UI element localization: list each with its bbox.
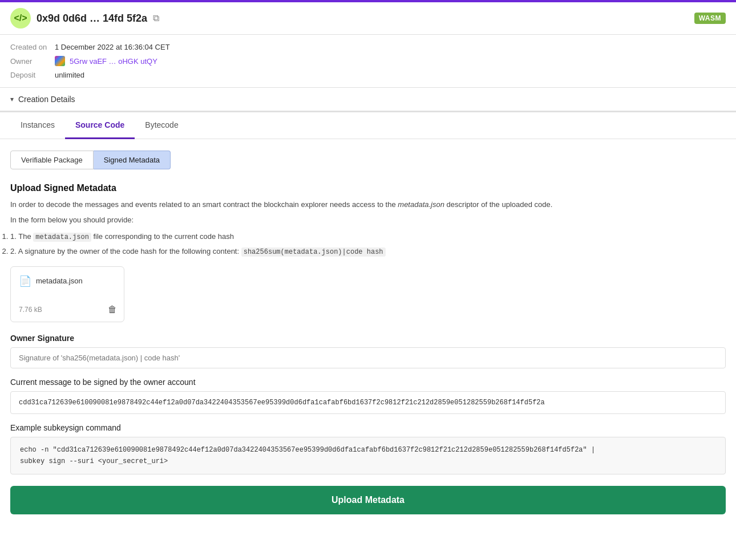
example-command-box: echo -n "cdd31ca712639e610090081e9878492…	[10, 437, 726, 475]
created-row: Created on 1 December 2022 at 16:36:04 C…	[10, 43, 726, 51]
command-line2: subkey sign --suri <your_secret_uri>	[20, 457, 168, 465]
descriptor-italic: metadata.json	[398, 200, 444, 209]
meta-section: Created on 1 December 2022 at 16:36:04 C…	[0, 35, 736, 88]
description-prefix: In order to decode the messages and even…	[10, 200, 396, 209]
requirement-1: 1. The metadata.json file corresponding …	[10, 231, 726, 242]
wasm-badge: WASM	[694, 13, 726, 24]
example-command-label: Example subkeysign command	[10, 423, 726, 432]
owner-label: Owner	[10, 57, 50, 66]
requirements-list: 1. The metadata.json file corresponding …	[10, 231, 726, 257]
deposit-value: unlimited	[55, 71, 84, 79]
sub-tab-signed-metadata[interactable]: Signed Metadata	[94, 151, 171, 169]
file-upload-box: 📄 metadata.json 7.76 kB 🗑	[10, 266, 124, 322]
created-label: Created on	[10, 43, 50, 51]
tabs-bar: Instances Source Code Bytecode	[0, 112, 736, 139]
owner-signature-input[interactable]	[10, 347, 726, 368]
contract-hash: 0x9d 0d6d … 14fd 5f2a	[37, 13, 147, 25]
tab-bytecode[interactable]: Bytecode	[135, 112, 188, 139]
description-text: In order to decode the messages and even…	[10, 199, 726, 211]
chevron-down-icon: ▾	[10, 95, 14, 103]
current-message-label: Current message to be signed by the owne…	[10, 378, 726, 387]
deposit-label: Deposit	[10, 71, 50, 79]
section-title: Upload Signed Metadata	[10, 183, 726, 193]
creation-details-label: Creation Details	[18, 95, 75, 104]
tab-source-code[interactable]: Source Code	[65, 112, 135, 139]
sub-tab-verifiable-package[interactable]: Verifiable Package	[10, 151, 94, 169]
form-intro: In the form below you should provide:	[10, 214, 726, 226]
upload-metadata-button[interactable]: Upload Metadata	[10, 486, 726, 514]
created-value: 1 December 2022 at 16:36:04 CET	[55, 43, 170, 51]
owner-link[interactable]: 5Grw vaEF … oHGK utQY	[70, 57, 157, 66]
top-bar: </> 0x9d 0d6d … 14fd 5f2a ⧉ WASM	[0, 2, 736, 35]
owner-avatar-icon	[55, 56, 65, 66]
sub-tabs: Verifiable Package Signed Metadata	[10, 151, 726, 169]
creation-details-toggle[interactable]: ▾ Creation Details	[0, 88, 736, 112]
file-name: metadata.json	[36, 277, 83, 285]
owner-row: Owner 5Grw vaEF … oHGK utQY	[10, 56, 726, 66]
delete-file-icon[interactable]: 🗑	[108, 305, 117, 315]
copy-icon[interactable]: ⧉	[153, 13, 159, 23]
current-message-value: cdd31ca712639e610090081e9878492c44ef12a0…	[10, 391, 726, 414]
file-size: 7.76 kB	[19, 306, 42, 314]
command-line1: echo -n "cdd31ca712639e610090081e9878492…	[20, 446, 595, 454]
requirement-2: 2. A signature by the owner of the code …	[10, 246, 726, 257]
contract-icon: </>	[10, 8, 31, 29]
file-info: 📄 metadata.json	[19, 275, 116, 287]
deposit-row: Deposit unlimited	[10, 71, 726, 79]
tab-instances[interactable]: Instances	[10, 112, 65, 139]
top-bar-left: </> 0x9d 0d6d … 14fd 5f2a ⧉	[10, 8, 159, 29]
owner-signature-label: Owner Signature	[10, 334, 726, 343]
file-icon: 📄	[19, 275, 31, 287]
content-area: Verifiable Package Signed Metadata Uploa…	[0, 139, 736, 526]
descriptor-suffix: descriptor of the uploaded code.	[447, 200, 553, 209]
